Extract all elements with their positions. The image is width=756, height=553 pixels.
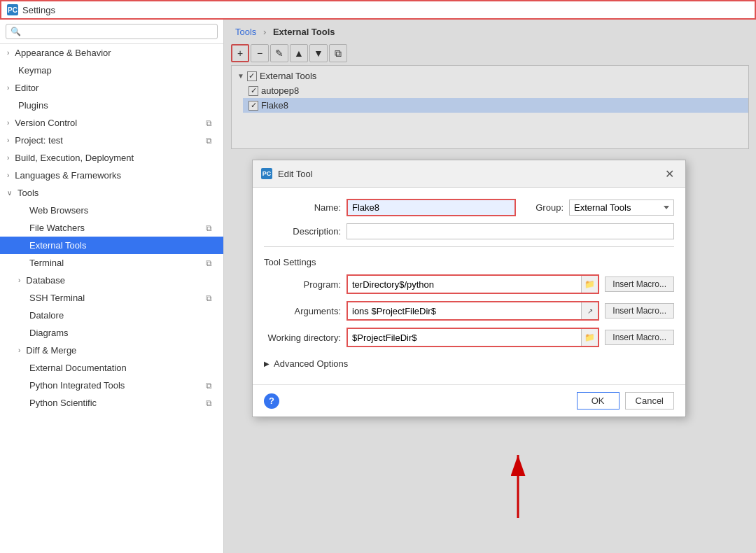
title-bar: PC Settings	[0, 0, 756, 20]
app-icon: PC	[7, 4, 18, 15]
sidebar-label-diff-merge: Diff & Merge	[26, 345, 76, 356]
sidebar-item-python-scientific[interactable]: Python Scientific⧉	[0, 394, 223, 412]
sidebar-label-plugins: Plugins	[18, 100, 48, 111]
sidebar-label-terminal: Terminal	[29, 258, 64, 268]
advanced-arrow-icon: ▶	[264, 360, 270, 368]
sidebar-arrow-editor: ›	[7, 84, 9, 92]
sidebar-copy-icon-project-test: ⧉	[206, 136, 212, 146]
sidebar-items-container: ›Appearance & BehaviorKeymap›EditorPlugi…	[0, 44, 223, 412]
sidebar-label-build: Build, Execution, Deployment	[15, 153, 134, 163]
program-insert-macro-button[interactable]: Insert Macro...	[605, 276, 674, 292]
sidebar-arrow-diff-merge: ›	[18, 346, 20, 354]
group-select-wrapper: External Tools	[569, 200, 674, 216]
cancel-button[interactable]: Cancel	[625, 392, 674, 410]
sidebar-item-ssh-terminal[interactable]: SSH Terminal⧉	[0, 289, 223, 307]
sidebar-item-editor[interactable]: ›Editor	[0, 79, 223, 97]
sidebar-item-diagrams[interactable]: Diagrams	[0, 324, 223, 342]
working-dir-browse-button[interactable]: 📁	[581, 329, 598, 346]
name-input[interactable]	[346, 199, 516, 216]
sidebar-item-web-browsers[interactable]: Web Browsers	[0, 202, 223, 219]
arguments-browse-button[interactable]: ↗	[581, 302, 598, 319]
sidebar-label-database: Database	[26, 275, 65, 286]
description-row: Description:	[264, 223, 674, 239]
sidebar-label-ssh-terminal: SSH Terminal	[29, 293, 85, 303]
title-bar-text: Settings	[22, 5, 55, 15]
sidebar-label-ext-docs: External Documentation	[29, 363, 127, 373]
sidebar-label-project-test: Project: test	[15, 135, 63, 146]
sidebar-arrow-tools: ∨	[7, 189, 12, 197]
arguments-label: Arguments:	[264, 306, 341, 316]
arguments-row: Arguments: ↗ Insert Macro...	[264, 301, 674, 321]
dialog-overlay: PC Edit Tool ✕ Name: Group: External Too…	[224, 20, 756, 553]
sidebar-copy-icon-file-watchers: ⧉	[206, 223, 212, 233]
sidebar-item-database[interactable]: ›Database	[0, 272, 223, 289]
arguments-input-group: ↗	[346, 301, 599, 321]
description-input[interactable]	[346, 223, 674, 239]
ok-button[interactable]: OK	[577, 392, 620, 410]
group-label: Group:	[522, 202, 564, 213]
sidebar-item-build[interactable]: ›Build, Execution, Deployment	[0, 149, 223, 167]
sidebar-label-languages: Languages & Frameworks	[15, 170, 121, 181]
sidebar-label-diagrams: Diagrams	[29, 328, 69, 338]
program-browse-button[interactable]: 📁	[581, 276, 598, 293]
arguments-input[interactable]	[348, 304, 581, 318]
sidebar-copy-icon-python-integrated: ⧉	[206, 381, 212, 391]
sidebar-item-keymap[interactable]: Keymap	[0, 62, 223, 79]
sidebar-label-external-tools: External Tools	[29, 240, 86, 251]
sidebar-item-plugins[interactable]: Plugins	[0, 97, 223, 114]
advanced-label: Advanced Options	[274, 358, 348, 369]
sidebar-label-python-scientific: Python Scientific	[29, 398, 97, 408]
sidebar-item-ext-docs[interactable]: External Documentation	[0, 359, 223, 377]
sidebar-item-tools[interactable]: ∨Tools	[0, 184, 223, 202]
sidebar-item-appearance[interactable]: ›Appearance & Behavior	[0, 44, 223, 62]
sidebar-label-file-watchers: File Watchers	[29, 223, 85, 233]
tool-settings-title: Tool Settings	[264, 257, 674, 267]
sidebar: ›Appearance & BehaviorKeymap›EditorPlugi…	[0, 20, 224, 553]
sidebar-item-python-integrated[interactable]: Python Integrated Tools⧉	[0, 377, 223, 394]
edit-tool-dialog: PC Edit Tool ✕ Name: Group: External Too…	[252, 160, 686, 417]
description-label: Description:	[264, 226, 341, 237]
working-dir-label: Working directory:	[264, 332, 341, 343]
dialog-close-button[interactable]: ✕	[662, 166, 677, 181]
tool-settings-section: Tool Settings Program: 📁 Insert Macro...	[264, 246, 674, 347]
sidebar-item-external-tools[interactable]: External Tools	[0, 237, 223, 254]
dialog-title: Edit Tool	[278, 169, 662, 179]
sidebar-arrow-languages: ›	[7, 172, 9, 179]
sidebar-label-appearance: Appearance & Behavior	[15, 48, 111, 58]
search-box	[0, 20, 223, 44]
program-input-group: 📁	[346, 274, 599, 294]
program-input[interactable]	[348, 277, 581, 292]
sidebar-label-web-browsers: Web Browsers	[29, 205, 88, 216]
sidebar-copy-icon-version-control: ⧉	[206, 118, 212, 128]
group-select[interactable]: External Tools	[569, 200, 674, 216]
working-dir-input[interactable]	[348, 330, 581, 345]
sidebar-item-terminal[interactable]: Terminal⧉	[0, 254, 223, 272]
sidebar-copy-icon-ssh-terminal: ⧉	[206, 293, 212, 303]
sidebar-label-datalore: Datalore	[29, 310, 64, 321]
program-row: Program: 📁 Insert Macro...	[264, 274, 674, 294]
search-input[interactable]	[6, 24, 218, 39]
sidebar-copy-icon-python-scientific: ⧉	[206, 398, 212, 408]
sidebar-arrow-project-test: ›	[7, 136, 9, 144]
sidebar-item-datalore[interactable]: Datalore	[0, 307, 223, 324]
name-row: Name: Group: External Tools	[264, 199, 674, 216]
advanced-section[interactable]: ▶ Advanced Options	[264, 354, 674, 373]
working-dir-input-group: 📁	[346, 328, 599, 347]
dialog-icon: PC	[261, 168, 272, 179]
sidebar-label-version-control: Version Control	[15, 118, 77, 128]
arguments-insert-macro-button[interactable]: Insert Macro...	[605, 303, 674, 318]
dialog-titlebar: PC Edit Tool ✕	[253, 160, 685, 188]
sidebar-item-diff-merge[interactable]: ›Diff & Merge	[0, 342, 223, 359]
sidebar-arrow-build: ›	[7, 154, 9, 162]
help-button[interactable]: ?	[264, 393, 279, 409]
sidebar-item-version-control[interactable]: ›Version Control⧉	[0, 114, 223, 132]
program-label: Program:	[264, 279, 341, 290]
sidebar-item-project-test[interactable]: ›Project: test⧉	[0, 132, 223, 149]
sidebar-item-languages[interactable]: ›Languages & Frameworks	[0, 167, 223, 184]
sidebar-arrow-version-control: ›	[7, 119, 9, 127]
dialog-body: Name: Group: External Tools Description:	[253, 188, 685, 384]
sidebar-label-editor: Editor	[15, 83, 38, 93]
sidebar-arrow-appearance: ›	[7, 49, 9, 57]
sidebar-item-file-watchers[interactable]: File Watchers⧉	[0, 219, 223, 237]
working-dir-insert-macro-button[interactable]: Insert Macro...	[605, 330, 674, 345]
